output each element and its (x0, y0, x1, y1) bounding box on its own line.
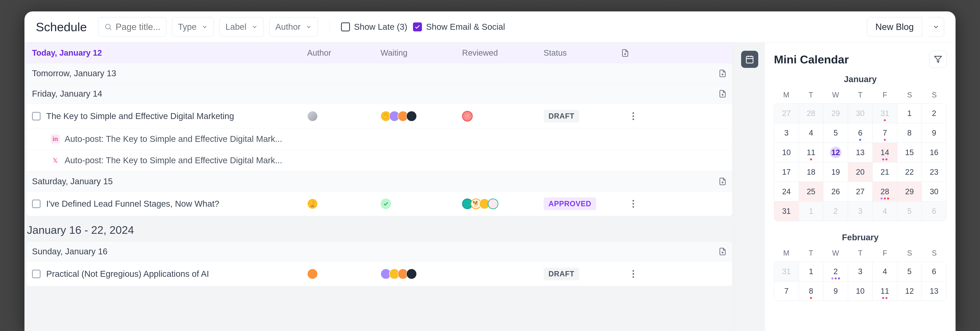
calendar-day[interactable]: 3 (774, 123, 799, 143)
calendar-day[interactable]: 7 (873, 123, 897, 143)
calendar-day[interactable]: 2 (823, 262, 848, 281)
svg-point-0 (106, 24, 110, 29)
dow-label: T (848, 88, 873, 102)
calendar-day[interactable]: 29 (823, 103, 848, 123)
calendar-day[interactable]: 22 (897, 162, 922, 182)
calendar-day[interactable]: 16 (922, 143, 947, 162)
calendar-day[interactable]: 6 (848, 123, 873, 143)
calendar-day[interactable]: 5 (897, 262, 922, 281)
calendar-day[interactable]: 21 (873, 162, 897, 182)
label-filter[interactable]: Label (220, 17, 264, 37)
item-menu[interactable] (621, 112, 646, 120)
chevron-down-icon (305, 24, 312, 30)
chevron-down-icon (932, 23, 940, 30)
calendar-day[interactable]: 17 (774, 162, 799, 182)
calendar-day[interactable]: 9 (823, 281, 848, 301)
calendar-day[interactable]: 9 (922, 123, 947, 143)
waiting-avatars: ✋ (380, 111, 462, 121)
calendar-toggle-button[interactable] (741, 51, 758, 68)
calendar-day[interactable]: 15 (897, 143, 922, 162)
calendar-day[interactable]: 4 (873, 262, 897, 281)
calendar-day[interactable]: 31 (774, 262, 799, 281)
calendar-day[interactable]: 4 (799, 123, 824, 143)
calendar-day[interactable]: 1 (799, 262, 824, 281)
item-menu[interactable] (621, 200, 646, 208)
calendar-day[interactable]: 3 (848, 262, 873, 281)
calendar-day[interactable]: 12 (897, 281, 922, 301)
calendar-day[interactable]: 31 (774, 201, 799, 221)
calendar-day[interactable]: 29 (897, 182, 922, 201)
author-label: Author (275, 22, 301, 32)
add-page-icon[interactable] (719, 247, 727, 256)
add-page-icon[interactable] (621, 49, 629, 57)
calendar-filter-button[interactable] (929, 51, 947, 68)
schedule-item[interactable]: Practical (Not Egregious) Applications o… (26, 262, 732, 286)
calendar-day[interactable]: 28 (873, 182, 897, 201)
author-avatar (307, 111, 380, 121)
calendar-day[interactable]: 5 (823, 123, 848, 143)
calendar-day[interactable]: 12 (823, 143, 848, 162)
show-email-social-label: Show Email & Social (426, 22, 505, 32)
calendar-day[interactable]: 8 (897, 123, 922, 143)
day-label: Friday, January 14 (32, 89, 102, 99)
calendar-day[interactable]: 31 (873, 103, 897, 123)
add-page-icon[interactable] (719, 69, 727, 78)
calendar-day[interactable]: 11 (799, 143, 824, 162)
author-avatar: 🏆 (307, 199, 380, 209)
add-page-icon[interactable] (719, 177, 727, 186)
calendar-day[interactable]: 2 (823, 201, 848, 221)
calendar-day[interactable]: 2 (922, 103, 947, 123)
calendar-day[interactable]: 14 (873, 143, 897, 162)
schedule-item[interactable]: I've Defined Lead Funnel Stages, Now Wha… (26, 192, 732, 216)
autopost-item[interactable]: 𝕏 Auto-post: The Key to Simple and Effec… (26, 150, 732, 171)
show-email-social-toggle[interactable]: Show Email & Social (413, 22, 505, 32)
calendar-day[interactable]: 6 (922, 201, 947, 221)
calendar-day[interactable]: 23 (922, 162, 947, 182)
calendar-day[interactable]: 5 (897, 201, 922, 221)
calendar-day[interactable]: 6 (922, 262, 947, 281)
col-author: Author (307, 48, 380, 57)
calendar-day[interactable]: 28 (799, 103, 824, 123)
checkbox-icon[interactable] (32, 270, 41, 278)
calendar-day[interactable]: 30 (922, 182, 947, 201)
author-filter[interactable]: Author (269, 17, 318, 37)
type-filter[interactable]: Type (172, 17, 214, 37)
calendar-day[interactable]: 1 (897, 103, 922, 123)
checkbox-icon[interactable] (32, 112, 41, 121)
waiting-avatars (380, 269, 462, 279)
schedule-list: Sunday, January 16 Practical (Not Egregi… (26, 241, 733, 286)
item-menu[interactable] (621, 270, 646, 278)
calendar-day[interactable]: 27 (774, 103, 799, 123)
calendar-day[interactable]: 13 (848, 143, 873, 162)
autopost-item[interactable]: in Auto-post: The Key to Simple and Effe… (26, 129, 732, 150)
add-page-icon[interactable] (719, 90, 727, 98)
calendar-day[interactable]: 26 (823, 182, 848, 201)
calendar-day[interactable]: 7 (774, 281, 799, 301)
calendar-day[interactable]: 3 (848, 201, 873, 221)
calendar-day[interactable]: 10 (848, 281, 873, 301)
calendar-day[interactable]: 24 (774, 182, 799, 201)
calendar-day[interactable]: 18 (799, 162, 824, 182)
calendar-day[interactable]: 10 (774, 143, 799, 162)
search-input[interactable] (116, 22, 161, 32)
calendar-day[interactable]: 11 (873, 281, 897, 301)
checkbox-icon[interactable] (32, 199, 41, 208)
new-blog-button[interactable]: New Blog (867, 17, 922, 37)
calendar-day[interactable]: 20 (848, 162, 873, 182)
new-blog-dropdown[interactable] (928, 17, 944, 37)
calendar-day[interactable]: 1 (799, 201, 824, 221)
item-title: The Key to Simple and Effective Digital … (46, 111, 234, 121)
schedule-item[interactable]: The Key to Simple and Effective Digital … (26, 104, 732, 129)
day-label: Tomorrow, January 13 (32, 68, 116, 78)
calendar-day[interactable]: 19 (823, 162, 848, 182)
calendar-day[interactable]: 4 (873, 201, 897, 221)
calendar-day[interactable]: 8 (799, 281, 824, 301)
calendar-day[interactable]: 27 (848, 182, 873, 201)
calendar-day[interactable]: 25 (799, 182, 824, 201)
calendar-day[interactable]: 30 (848, 103, 873, 123)
show-late-toggle[interactable]: Show Late (3) (341, 22, 407, 32)
calendar-day[interactable]: 13 (922, 281, 947, 301)
search-input-wrap[interactable] (98, 17, 166, 37)
schedule-main: Today, January 12 Author Waiting Reviewe… (24, 43, 734, 331)
dow-label: W (823, 88, 848, 102)
